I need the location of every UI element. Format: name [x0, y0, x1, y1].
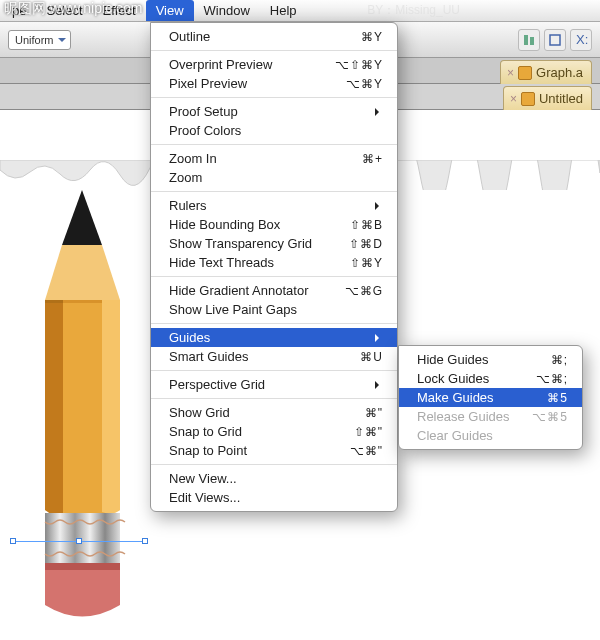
- selection-handle[interactable]: [142, 538, 148, 544]
- menu-item-label: Smart Guides: [169, 349, 340, 364]
- menu-item-smart-guides[interactable]: Smart Guides⌘U: [151, 347, 397, 366]
- pencil-illustration: [35, 190, 130, 620]
- menu-item-pixel-preview[interactable]: Pixel Preview⌥⌘Y: [151, 74, 397, 93]
- menu-item-label: Show Live Paint Gaps: [169, 302, 383, 317]
- menu-item-label: Make Guides: [417, 390, 527, 405]
- menu-view[interactable]: View: [146, 0, 194, 21]
- menu-item-perspective-grid[interactable]: Perspective Grid: [151, 375, 397, 394]
- menu-shortcut: ⌥⇧⌘Y: [335, 58, 383, 72]
- guides-submenu: Hide Guides⌘;Lock Guides⌥⌘;Make Guides⌘5…: [398, 345, 583, 450]
- menu-item-rulers[interactable]: Rulers: [151, 196, 397, 215]
- menu-item-label: Show Grid: [169, 405, 345, 420]
- submenu-item-lock-guides[interactable]: Lock Guides⌥⌘;: [399, 369, 582, 388]
- menu-item-label: Rulers: [169, 198, 375, 213]
- submenu-item-make-guides[interactable]: Make Guides⌘5: [399, 388, 582, 407]
- menu-item-label: Outline: [169, 29, 341, 44]
- watermark-text: 昵图网 www.nipic.com: [4, 0, 142, 18]
- svg-rect-7: [63, 300, 102, 303]
- menu-item-label: Perspective Grid: [169, 377, 375, 392]
- menu-item-label: Zoom In: [169, 151, 342, 166]
- svg-rect-6: [45, 300, 63, 303]
- menu-item-label: Snap to Point: [169, 443, 330, 458]
- submenu-item-hide-guides[interactable]: Hide Guides⌘;: [399, 350, 582, 369]
- menu-item-label: Hide Guides: [417, 352, 531, 367]
- menu-item-label: Lock Guides: [417, 371, 516, 386]
- menu-item-label: Snap to Grid: [169, 424, 334, 439]
- menu-shortcut: ⌘+: [362, 152, 383, 166]
- menu-item-show-live-paint-gaps[interactable]: Show Live Paint Gaps: [151, 300, 397, 319]
- view-menu-dropdown: Outline⌘YOverprint Preview⌥⇧⌘YPixel Prev…: [150, 22, 398, 512]
- menu-item-guides[interactable]: Guides: [151, 328, 397, 347]
- menu-item-snap-to-point[interactable]: Snap to Point⌥⌘": [151, 441, 397, 460]
- submenu-item-clear-guides: Clear Guides: [399, 426, 582, 445]
- menu-item-show-transparency-grid[interactable]: Show Transparency Grid⇧⌘D: [151, 234, 397, 253]
- x-coord-icon[interactable]: X:: [570, 29, 592, 51]
- menu-item-label: New View...: [169, 471, 383, 486]
- submenu-arrow-icon: [375, 198, 383, 213]
- menu-window[interactable]: Window: [194, 0, 260, 21]
- doc-tab-label: Graph.a: [536, 65, 583, 80]
- menu-help[interactable]: Help: [260, 0, 307, 21]
- menu-item-label: Zoom: [169, 170, 383, 185]
- close-icon[interactable]: ×: [507, 66, 514, 80]
- menu-shortcut: ⌥⌘;: [536, 372, 568, 386]
- menu-shortcut: ⌥⌘5: [532, 410, 568, 424]
- menu-item-show-grid[interactable]: Show Grid⌘": [151, 403, 397, 422]
- menu-item-hide-bounding-box[interactable]: Hide Bounding Box⇧⌘B: [151, 215, 397, 234]
- menu-item-label: Proof Colors: [169, 123, 383, 138]
- document-tab-untitled[interactable]: × Untitled: [503, 86, 592, 110]
- menu-shortcut: ⌥⌘G: [345, 284, 383, 298]
- menu-shortcut: ⌘;: [551, 353, 568, 367]
- menu-shortcut: ⌘5: [547, 391, 568, 405]
- menu-item-snap-to-grid[interactable]: Snap to Grid⇧⌘": [151, 422, 397, 441]
- menu-item-proof-setup[interactable]: Proof Setup: [151, 102, 397, 121]
- menu-shortcut: ⇧⌘B: [350, 218, 383, 232]
- close-icon[interactable]: ×: [510, 92, 517, 106]
- svg-rect-0: [524, 35, 528, 45]
- doc-tab-label: Untitled: [539, 91, 583, 106]
- menu-item-label: Pixel Preview: [169, 76, 326, 91]
- menu-item-zoom[interactable]: Zoom: [151, 168, 397, 187]
- svg-rect-1: [530, 37, 534, 45]
- menu-shortcut: ⌥⌘Y: [346, 77, 383, 91]
- menu-item-label: Guides: [169, 330, 375, 345]
- svg-marker-5: [45, 245, 120, 300]
- watermark-author: BY：Missing_UU: [367, 2, 460, 19]
- menu-shortcut: ⇧⌘Y: [350, 256, 383, 270]
- stroke-profile-dropdown[interactable]: Uniform: [8, 30, 71, 50]
- menu-item-label: Hide Gradient Annotator: [169, 283, 325, 298]
- menu-item-zoom-in[interactable]: Zoom In⌘+: [151, 149, 397, 168]
- menu-item-label: Release Guides: [417, 409, 512, 424]
- menu-item-outline[interactable]: Outline⌘Y: [151, 27, 397, 46]
- menu-shortcut: ⇧⌘D: [349, 237, 383, 251]
- menu-shortcut: ⌘U: [360, 350, 383, 364]
- menu-item-label: Overprint Preview: [169, 57, 315, 72]
- menu-shortcut: ⌥⌘": [350, 444, 383, 458]
- menu-item-new-view-[interactable]: New View...: [151, 469, 397, 488]
- submenu-arrow-icon: [375, 377, 383, 392]
- svg-text:X:: X:: [576, 33, 588, 47]
- ai-file-icon: [521, 92, 535, 106]
- svg-rect-2: [550, 35, 560, 45]
- submenu-arrow-icon: [375, 330, 383, 345]
- align-icon[interactable]: [518, 29, 540, 51]
- menu-item-label: Proof Setup: [169, 104, 375, 119]
- selection-handle[interactable]: [76, 538, 82, 544]
- submenu-item-release-guides: Release Guides⌥⌘5: [399, 407, 582, 426]
- menu-item-label: Show Transparency Grid: [169, 236, 329, 251]
- menu-item-label: Hide Text Threads: [169, 255, 330, 270]
- menu-item-proof-colors[interactable]: Proof Colors: [151, 121, 397, 140]
- document-tab-graph[interactable]: × Graph.a: [500, 60, 592, 84]
- selection-handle[interactable]: [10, 538, 16, 544]
- menu-shortcut: ⌘": [365, 406, 383, 420]
- menu-item-hide-gradient-annotator[interactable]: Hide Gradient Annotator⌥⌘G: [151, 281, 397, 300]
- menu-item-hide-text-threads[interactable]: Hide Text Threads⇧⌘Y: [151, 253, 397, 272]
- menu-shortcut: ⇧⌘": [354, 425, 383, 439]
- transform-icon[interactable]: [544, 29, 566, 51]
- menu-shortcut: ⌘Y: [361, 30, 383, 44]
- menu-item-edit-views-[interactable]: Edit Views...: [151, 488, 397, 507]
- submenu-arrow-icon: [375, 104, 383, 119]
- svg-marker-4: [62, 190, 102, 245]
- menu-item-label: Hide Bounding Box: [169, 217, 330, 232]
- menu-item-overprint-preview[interactable]: Overprint Preview⌥⇧⌘Y: [151, 55, 397, 74]
